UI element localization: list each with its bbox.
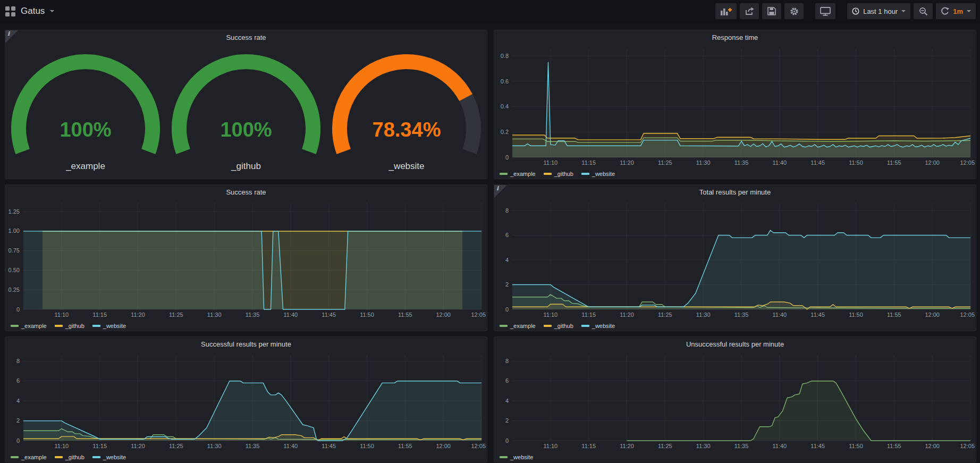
legend-item-_website[interactable]: _website bbox=[92, 323, 126, 329]
svg-text:11:45: 11:45 bbox=[810, 443, 825, 449]
panel-title[interactable]: Success rate bbox=[5, 185, 487, 199]
svg-text:0: 0 bbox=[505, 154, 509, 161]
svg-text:0.25: 0.25 bbox=[9, 287, 20, 293]
legend: _example_github_website bbox=[500, 323, 615, 329]
legend-name: _example bbox=[21, 454, 47, 460]
zoom-out-icon bbox=[919, 7, 928, 16]
legend-color bbox=[92, 325, 100, 327]
svg-text:6: 6 bbox=[505, 232, 509, 238]
svg-text:11:30: 11:30 bbox=[696, 443, 711, 449]
legend-color bbox=[92, 456, 100, 458]
chart-canvas[interactable]: 0246811:1011:1511:2011:2511:3011:3511:40… bbox=[5, 351, 487, 450]
add-panel-button[interactable] bbox=[715, 3, 737, 19]
panel-title[interactable]: Successful results per minute bbox=[5, 337, 487, 351]
navbar: Gatus bbox=[0, 0, 980, 22]
legend-item-_website[interactable]: _website bbox=[581, 171, 615, 177]
legend-item-_website[interactable]: _website bbox=[581, 323, 615, 329]
save-button[interactable] bbox=[762, 3, 781, 19]
panel-total-results: i Total results per minute 0246811:1011:… bbox=[494, 184, 976, 331]
legend-name: _website bbox=[592, 323, 615, 329]
svg-text:11:15: 11:15 bbox=[581, 312, 596, 318]
legend-color bbox=[55, 456, 63, 458]
legend-item-_example[interactable]: _example bbox=[11, 323, 47, 329]
svg-text:4: 4 bbox=[505, 398, 509, 404]
svg-text:11:40: 11:40 bbox=[772, 159, 787, 166]
svg-text:11:45: 11:45 bbox=[810, 312, 825, 318]
svg-text:0.8: 0.8 bbox=[501, 53, 509, 59]
legend-color bbox=[544, 173, 552, 175]
legend-color bbox=[55, 325, 63, 327]
svg-text:12:00: 12:00 bbox=[436, 312, 451, 318]
panel-successful-results: Successful results per minute 0246811:10… bbox=[5, 336, 487, 462]
svg-text:12:05: 12:05 bbox=[471, 443, 486, 449]
legend-name: _example bbox=[21, 323, 47, 329]
legend-name: _website bbox=[103, 323, 126, 329]
svg-text:11:15: 11:15 bbox=[92, 312, 107, 318]
svg-text:12:00: 12:00 bbox=[436, 443, 451, 449]
legend-name: _example bbox=[510, 171, 536, 177]
legend-color bbox=[581, 325, 589, 327]
legend-color bbox=[581, 173, 589, 175]
svg-text:0.50: 0.50 bbox=[9, 267, 20, 273]
panel-title[interactable]: Total results per minute bbox=[494, 185, 976, 199]
svg-text:11:35: 11:35 bbox=[734, 312, 749, 318]
svg-text:12:00: 12:00 bbox=[925, 312, 940, 318]
legend-item-_example[interactable]: _example bbox=[11, 454, 47, 460]
svg-text:12:05: 12:05 bbox=[960, 159, 975, 166]
panel-title[interactable]: Response time bbox=[494, 30, 976, 44]
time-range-label: Last 1 hour bbox=[863, 7, 898, 15]
share-icon bbox=[745, 7, 754, 15]
panel-title[interactable]: Success rate bbox=[5, 30, 487, 44]
gear-icon bbox=[790, 7, 799, 16]
panel-title[interactable]: Unsuccessful results per minute bbox=[494, 337, 976, 351]
svg-text:0.75: 0.75 bbox=[9, 247, 20, 254]
svg-text:2: 2 bbox=[16, 417, 20, 424]
legend-item-_github[interactable]: _github bbox=[544, 171, 573, 177]
svg-text:11:35: 11:35 bbox=[246, 443, 260, 449]
legend-item-_github[interactable]: _github bbox=[55, 323, 85, 329]
legend-item-_github[interactable]: _github bbox=[544, 323, 573, 329]
chevron-down-icon[interactable] bbox=[50, 10, 54, 12]
legend-item-_github[interactable]: _github bbox=[55, 454, 85, 460]
chart-canvas[interactable]: 0246811:1011:1511:2011:2511:3011:3511:40… bbox=[494, 351, 976, 450]
gauges-row: 100%_example100%_github78.34%_website bbox=[5, 44, 487, 179]
legend-name: _github bbox=[65, 454, 85, 460]
dashboard-title[interactable]: Gatus bbox=[21, 6, 45, 16]
legend-item-_example[interactable]: _example bbox=[500, 171, 536, 177]
time-range-button[interactable]: Last 1 hour bbox=[847, 3, 910, 19]
svg-text:11:45: 11:45 bbox=[322, 312, 336, 318]
svg-text:11:50: 11:50 bbox=[849, 443, 863, 449]
svg-text:11:50: 11:50 bbox=[360, 312, 374, 318]
chevron-down-icon bbox=[901, 10, 906, 12]
legend-name: _website bbox=[510, 454, 533, 460]
legend-item-_website[interactable]: _website bbox=[92, 454, 126, 460]
tv-mode-button[interactable] bbox=[815, 3, 835, 19]
legend-item-_example[interactable]: _example bbox=[500, 323, 536, 329]
chart-canvas[interactable]: 00.250.500.751.001.2511:1011:1511:2011:2… bbox=[5, 199, 487, 319]
gauge-_website: 78.34%_website bbox=[326, 52, 487, 179]
zoom-out-button[interactable] bbox=[914, 3, 933, 19]
chart-canvas[interactable]: 00.20.40.60.811:1011:1511:2011:2511:3011… bbox=[494, 44, 976, 167]
gauge-_example: 100%_example bbox=[5, 52, 166, 179]
share-button[interactable] bbox=[740, 3, 759, 19]
settings-button[interactable] bbox=[784, 3, 804, 19]
svg-text:11:10: 11:10 bbox=[543, 159, 557, 166]
tv-mode-icon bbox=[820, 7, 831, 16]
refresh-button[interactable]: 1m bbox=[936, 3, 976, 19]
legend: _example_github_website bbox=[500, 171, 615, 177]
svg-text:11:35: 11:35 bbox=[734, 443, 749, 449]
legend: _example_github_website bbox=[11, 454, 126, 460]
chart-canvas[interactable]: 0246811:1011:1511:2011:2511:3011:3511:40… bbox=[494, 199, 976, 319]
svg-text:12:00: 12:00 bbox=[925, 159, 940, 166]
svg-text:11:55: 11:55 bbox=[887, 159, 901, 166]
svg-text:11:30: 11:30 bbox=[696, 312, 711, 318]
svg-text:11:50: 11:50 bbox=[849, 312, 863, 318]
legend-name: _website bbox=[592, 171, 615, 177]
panel-response-time: Response time 00.20.40.60.811:1011:1511:… bbox=[494, 30, 976, 179]
svg-text:11:20: 11:20 bbox=[620, 443, 634, 449]
gauge-arc: 100% bbox=[6, 52, 165, 158]
svg-text:0.2: 0.2 bbox=[501, 129, 509, 135]
legend-item-_website[interactable]: _website bbox=[500, 454, 533, 460]
chevron-down-icon bbox=[967, 10, 971, 12]
apps-grid-icon[interactable] bbox=[5, 6, 15, 16]
